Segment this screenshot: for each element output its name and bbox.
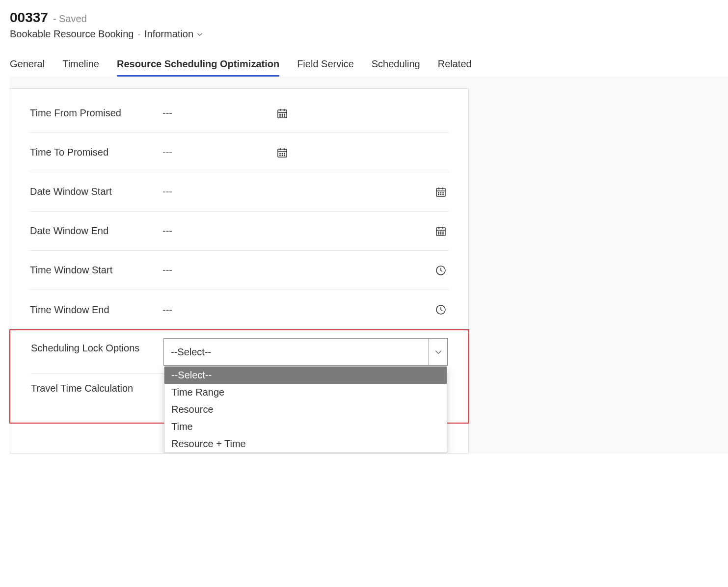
select-value: --Select-- xyxy=(171,347,211,358)
svg-point-5 xyxy=(282,115,282,116)
svg-point-22 xyxy=(438,232,439,232)
field-label: Time To Promised xyxy=(30,147,162,158)
svg-point-13 xyxy=(284,155,285,155)
svg-point-6 xyxy=(284,115,285,116)
chevron-down-icon xyxy=(196,31,203,38)
record-title: 00337 xyxy=(10,10,48,26)
dropdown-option-select[interactable]: --Select-- xyxy=(164,367,447,384)
field-time-to-promised[interactable]: Time To Promised --- xyxy=(30,133,449,172)
field-time-window-end[interactable]: Time Window End --- xyxy=(30,290,449,329)
svg-point-17 xyxy=(443,192,443,193)
field-value: --- xyxy=(162,107,172,119)
svg-point-10 xyxy=(284,153,285,154)
scheduling-lock-select[interactable]: --Select-- --Select-- Time Range Resourc… xyxy=(163,338,448,366)
tab-related[interactable]: Related xyxy=(438,55,472,77)
tab-general[interactable]: General xyxy=(10,55,45,77)
calendar-icon xyxy=(276,107,288,119)
field-value: --- xyxy=(162,186,172,197)
field-value: --- xyxy=(162,304,172,316)
field-label: Date Window Start xyxy=(30,186,162,197)
field-time-window-start[interactable]: Time Window Start --- xyxy=(30,251,449,290)
svg-point-25 xyxy=(438,233,439,234)
field-label: Time Window End xyxy=(30,304,162,316)
field-date-window-end[interactable]: Date Window End --- xyxy=(30,212,449,251)
field-time-from-promised[interactable]: Time From Promised --- xyxy=(30,94,449,133)
field-label: Time From Promised xyxy=(30,107,162,119)
calendar-icon xyxy=(276,147,288,159)
svg-point-23 xyxy=(440,232,441,232)
dropdown-option-time-range[interactable]: Time Range xyxy=(164,384,447,401)
clock-icon xyxy=(435,304,447,316)
form-card: Time From Promised --- Time To Promised … xyxy=(10,88,469,454)
tab-bar: General Timeline Resource Scheduling Opt… xyxy=(10,49,728,77)
svg-point-27 xyxy=(443,233,443,234)
svg-point-4 xyxy=(280,115,280,116)
dropdown-option-time[interactable]: Time xyxy=(164,418,447,435)
field-value: --- xyxy=(162,147,172,158)
svg-point-9 xyxy=(282,153,282,154)
tab-timeline[interactable]: Timeline xyxy=(62,55,99,77)
field-value: --- xyxy=(162,225,172,237)
form-name: Information xyxy=(144,28,193,40)
dropdown-option-resource[interactable]: Resource xyxy=(164,401,447,418)
field-label: Time Window Start xyxy=(30,265,162,276)
svg-point-1 xyxy=(280,114,280,114)
field-label: Date Window End xyxy=(30,225,162,237)
svg-point-3 xyxy=(284,114,285,114)
tab-resource-scheduling-optimization[interactable]: Resource Scheduling Optimization xyxy=(117,55,279,77)
svg-point-2 xyxy=(282,114,282,114)
svg-point-15 xyxy=(438,192,439,193)
separator-dot: · xyxy=(137,28,140,40)
field-label: Scheduling Lock Options xyxy=(31,338,163,355)
field-label: Travel Time Calculation xyxy=(31,381,163,395)
svg-point-16 xyxy=(440,192,441,193)
tab-field-service[interactable]: Field Service xyxy=(297,55,354,77)
calendar-icon xyxy=(435,225,447,237)
svg-point-26 xyxy=(440,233,441,234)
field-date-window-start[interactable]: Date Window Start --- xyxy=(30,172,449,212)
record-header: 00337 - Saved Bookable Resource Booking … xyxy=(10,10,728,40)
clock-icon xyxy=(435,265,447,276)
highlight-annotation: Scheduling Lock Options --Select-- --Sel… xyxy=(9,329,469,424)
select-caret xyxy=(429,339,447,365)
dropdown-option-resource-time[interactable]: Resource + Time xyxy=(164,435,447,453)
entity-name: Bookable Resource Booking xyxy=(10,28,134,40)
field-value: --- xyxy=(162,265,172,276)
svg-point-19 xyxy=(440,194,441,194)
tab-scheduling[interactable]: Scheduling xyxy=(372,55,420,77)
svg-point-24 xyxy=(443,232,443,232)
calendar-icon xyxy=(435,186,447,198)
svg-point-8 xyxy=(280,153,280,154)
saved-status: - Saved xyxy=(53,13,87,25)
field-scheduling-lock-options: Scheduling Lock Options --Select-- --Sel… xyxy=(31,330,448,374)
svg-point-12 xyxy=(282,155,282,155)
svg-point-11 xyxy=(280,155,280,155)
chevron-down-icon xyxy=(434,347,443,356)
svg-point-20 xyxy=(443,194,443,194)
scheduling-lock-dropdown: --Select-- Time Range Resource Time Reso… xyxy=(164,366,447,453)
form-selector[interactable]: Information xyxy=(144,28,203,40)
svg-point-18 xyxy=(438,194,439,194)
